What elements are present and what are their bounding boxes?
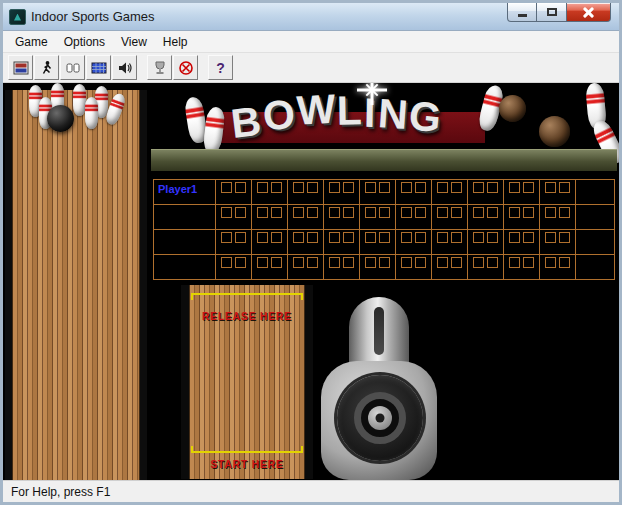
throw-box (415, 257, 426, 268)
frame-cell (360, 230, 396, 255)
throw-box (415, 207, 426, 218)
pins-button[interactable] (60, 55, 85, 80)
throw-box (343, 257, 354, 268)
throw-box (365, 257, 376, 268)
throw-box (451, 207, 462, 218)
help-button[interactable]: ? (208, 55, 233, 80)
throw-box (451, 257, 462, 268)
frame-cell (396, 255, 432, 280)
throw-box (293, 232, 304, 243)
throw-box (293, 207, 304, 218)
frame-cell (216, 180, 252, 205)
foul-line (191, 451, 303, 453)
pins-icon (65, 60, 81, 76)
throw-box (221, 182, 232, 193)
throw-box (487, 207, 498, 218)
frame-cell (360, 205, 396, 230)
scoreboard-row (154, 255, 615, 280)
frame-cell (504, 230, 540, 255)
approach-lane[interactable]: RELEASE HERE START HERE (181, 285, 313, 479)
close-icon (582, 6, 595, 19)
frame-cell (432, 205, 468, 230)
throw-box (487, 232, 498, 243)
title-bar[interactable]: Indoor Sports Games (3, 3, 619, 31)
menu-bar: Game Options View Help (3, 31, 619, 53)
toolbar: ? (3, 53, 619, 83)
frame-cell (468, 230, 504, 255)
frame-cell (216, 255, 252, 280)
scoresheet-button[interactable] (86, 55, 111, 80)
frame-cell (396, 205, 432, 230)
sound-button[interactable] (112, 55, 137, 80)
frame-cell (216, 205, 252, 230)
scoreboard: Player1 (153, 179, 615, 280)
throw-box (235, 257, 246, 268)
throw-box (221, 257, 232, 268)
throw-box (379, 182, 390, 193)
bowling-lane[interactable] (5, 83, 147, 480)
player-name-cell: Player1 (154, 180, 216, 205)
sound-icon (117, 60, 133, 76)
bowling-ball-icon (47, 105, 74, 132)
frame-cell (432, 255, 468, 280)
throw-box (545, 257, 556, 268)
throw-box (221, 207, 232, 218)
menu-help[interactable]: Help (155, 32, 196, 52)
total-cell (576, 230, 615, 255)
frame-cell (324, 230, 360, 255)
bowling-pin-icon (85, 97, 98, 129)
stop-button[interactable] (173, 55, 198, 80)
frame-cell (360, 180, 396, 205)
menu-view[interactable]: View (113, 32, 155, 52)
close-button[interactable] (567, 3, 611, 22)
throw-box (401, 257, 412, 268)
throw-box (509, 257, 520, 268)
throw-box (437, 257, 448, 268)
window-title: Indoor Sports Games (31, 9, 155, 24)
throw-box (379, 257, 390, 268)
throw-box (487, 257, 498, 268)
frame-cell (540, 205, 576, 230)
frame-cell (504, 205, 540, 230)
menu-options[interactable]: Options (56, 32, 113, 52)
frame-cell (468, 205, 504, 230)
throw-box (559, 207, 570, 218)
throw-box (365, 232, 376, 243)
bowling-logo-text: BOWLING (230, 87, 444, 141)
minimize-icon (518, 14, 527, 17)
throw-box (559, 182, 570, 193)
bowler-button[interactable] (34, 55, 59, 80)
throw-box (559, 232, 570, 243)
start-label: START HERE (181, 459, 313, 470)
frame-cell (324, 255, 360, 280)
status-text: For Help, press F1 (11, 485, 110, 499)
frame-cell (252, 255, 288, 280)
foul-line (191, 293, 303, 295)
trophy-button[interactable] (147, 55, 172, 80)
frame-cell (504, 255, 540, 280)
bowling-pin-icon (202, 106, 225, 154)
throw-box (307, 182, 318, 193)
throw-box (401, 232, 412, 243)
frame-cell (468, 255, 504, 280)
throw-box (523, 232, 534, 243)
throw-box (401, 182, 412, 193)
throw-box (271, 257, 282, 268)
throw-box (365, 207, 376, 218)
throw-box (271, 232, 282, 243)
frame-cell (288, 180, 324, 205)
frame-cell (252, 230, 288, 255)
total-cell (576, 180, 615, 205)
minimize-button[interactable] (507, 3, 537, 22)
throw-box (523, 182, 534, 193)
frame-cell (468, 180, 504, 205)
game-board-button[interactable] (8, 55, 33, 80)
throw-box (329, 232, 340, 243)
throw-box (523, 257, 534, 268)
app-icon (9, 9, 26, 25)
status-bar: For Help, press F1 (3, 480, 619, 502)
frame-cell (288, 205, 324, 230)
maximize-button[interactable] (537, 3, 567, 22)
ball-return-machine (321, 297, 437, 480)
menu-game[interactable]: Game (7, 32, 56, 52)
